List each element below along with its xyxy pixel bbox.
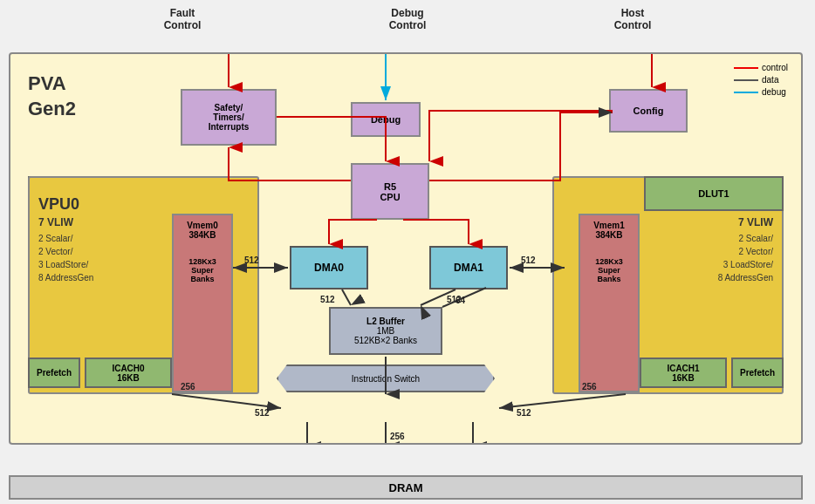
icach1-label: ICACH116KB [667, 364, 699, 383]
instruction-switch-block: Instruction Switch [277, 364, 495, 392]
svg-text:64: 64 [455, 296, 466, 305]
dma1-block: DMA1 [429, 246, 508, 289]
svg-text:512: 512 [320, 295, 335, 304]
prefetch-left-label: Prefetch [37, 368, 72, 378]
prefetch-left-block: Prefetch [28, 358, 80, 388]
vmem1-label: Vmem1 384KB [593, 221, 625, 240]
vmem0-block: Vmem0 384KB 128Kx3SuperBanks [172, 214, 233, 392]
svg-line-25 [499, 394, 626, 408]
svg-text:512: 512 [255, 408, 270, 418]
prefetch-right-block: Prefetch [731, 358, 784, 388]
legend-debug: debug [734, 87, 788, 97]
icach0-block: ICACH016KB [85, 358, 172, 388]
config-label: Config [634, 106, 664, 116]
vpu0-details: 2 Scalar/ 2 Vector/ 3 LoadStore/ 8 Addre… [38, 232, 93, 284]
dram-bar: DRAM [9, 475, 803, 500]
l2buffer-label: L2 Buffer 1MB 512KB×2 Banks [354, 317, 417, 345]
svg-line-16 [342, 289, 351, 305]
safety-label: Safety/Timers/Interrupts [209, 103, 250, 132]
svg-text:256: 256 [390, 432, 405, 441]
vpu1-subtitle: 7 VLIW [738, 216, 773, 228]
host-control-label: Host Control [614, 7, 652, 31]
dma0-label: DMA0 [314, 262, 344, 274]
pva-box: PVA Gen2 control data debug Safety/Timer… [9, 52, 803, 445]
r5cpu-block: R5 CPU [351, 163, 429, 220]
dma1-label: DMA1 [454, 262, 483, 274]
vmem1-block: Vmem1 384KB 128Kx3SuperBanks [579, 214, 640, 392]
vpu0-title: VPU0 [38, 195, 79, 214]
icach0-label: ICACH016KB [112, 364, 144, 383]
pva-title: PVA Gen2 [28, 72, 76, 121]
svg-text:512: 512 [447, 295, 462, 304]
control-line [734, 67, 758, 69]
legend-debug-label: debug [762, 87, 786, 97]
svg-text:512: 512 [517, 408, 531, 418]
svg-text:512: 512 [521, 255, 536, 265]
legend: control data debug [734, 63, 788, 97]
legend-control-label: control [762, 63, 788, 72]
debug-label: Debug [371, 114, 401, 125]
svg-line-20 [442, 288, 486, 307]
dram-label: DRAM [389, 481, 423, 494]
vmem0-label: Vmem0 384KB [187, 221, 218, 240]
dlut1-block: DLUT1 [644, 176, 784, 211]
debug-block: Debug [351, 102, 421, 137]
data-line [734, 79, 758, 81]
legend-control: control [734, 63, 788, 72]
fault-control-label: Fault Control [164, 7, 202, 31]
svg-line-18 [421, 289, 455, 305]
vmem0-super: 128Kx3SuperBanks [188, 257, 216, 283]
config-block: Config [609, 89, 688, 133]
l2buffer-block: L2 Buffer 1MB 512KB×2 Banks [329, 307, 442, 355]
dma0-block: DMA0 [290, 246, 368, 289]
r5cpu-label: R5 CPU [380, 181, 400, 202]
debug-control-label: Debug Control [389, 7, 427, 31]
instruction-switch-label: Instruction Switch [352, 374, 420, 384]
main-container: Fault Control Debug Control Host Control… [0, 0, 815, 504]
debug-line [734, 92, 758, 93]
dlut1-label: DLUT1 [698, 188, 729, 199]
prefetch-right-label: Prefetch [740, 368, 775, 378]
vpu0-subtitle: 7 VLIW [38, 216, 73, 228]
safety-block: Safety/Timers/Interrupts [181, 89, 277, 146]
icach1-block: ICACH116KB [640, 358, 727, 388]
legend-data-label: data [762, 75, 778, 85]
legend-data: data [734, 75, 788, 85]
svg-line-23 [172, 394, 281, 408]
vpu1-details: 2 Scalar/ 2 Vector/ 3 LoadStore/ 8 Addre… [718, 232, 773, 284]
vmem1-super: 128Kx3SuperBanks [595, 257, 623, 283]
